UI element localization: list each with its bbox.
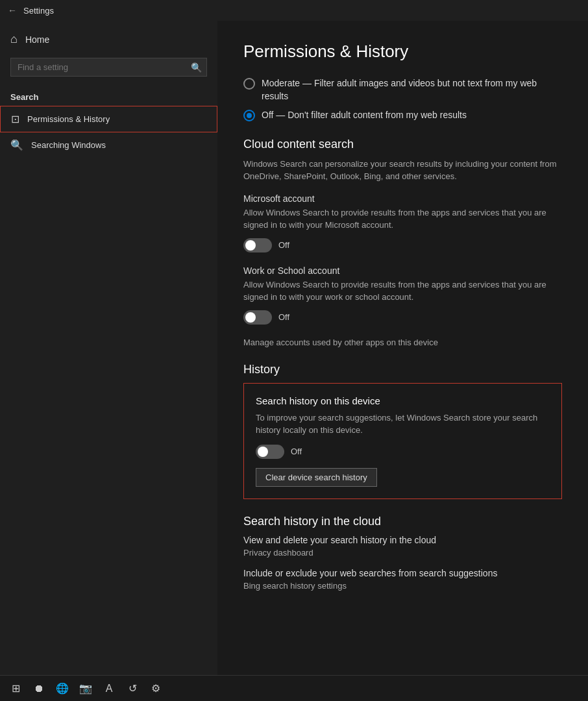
- microsoft-account-desc: Allow Windows Search to provide results …: [243, 206, 562, 232]
- work-school-toggle-knob: [245, 312, 256, 323]
- main-layout: ⌂ Home 🔍 Search ⊡ Permissions & History …: [0, 21, 588, 675]
- device-history-toggle-knob: [258, 447, 268, 457]
- taskbar-icon-5[interactable]: A: [99, 678, 119, 699]
- microsoft-account-toggle[interactable]: [243, 238, 272, 252]
- back-button[interactable]: ←: [8, 5, 17, 16]
- home-icon: ⌂: [10, 32, 18, 46]
- cloud-history-heading: Search history in the cloud: [243, 515, 562, 528]
- microsoft-account-toggle-row: Off: [243, 238, 562, 252]
- taskbar: ⊞ ⏺ 🌐 📷 A ↺ ⚙: [0, 675, 588, 701]
- radio-label-moderate: Moderate — Filter adult images and video…: [262, 77, 562, 103]
- safe-search-options: Moderate — Filter adult images and video…: [243, 77, 562, 122]
- search-container: 🔍: [10, 58, 207, 77]
- cloud-content-heading: Cloud content search: [243, 138, 562, 151]
- view-delete-title: View and delete your search history in t…: [243, 535, 562, 545]
- title-bar: ← Settings: [0, 0, 588, 21]
- taskbar-icon-4[interactable]: 📷: [75, 678, 96, 699]
- search-windows-icon: 🔍: [10, 139, 23, 151]
- include-exclude-title: Include or exclude your web searches fro…: [243, 568, 562, 578]
- page-title: Permissions & History: [243, 42, 562, 62]
- microsoft-toggle-label: Off: [278, 240, 289, 250]
- search-input[interactable]: [10, 58, 207, 77]
- device-history-toggle-row: Off: [256, 445, 550, 459]
- taskbar-icon-3[interactable]: 🌐: [52, 678, 73, 699]
- sidebar-item-label-permissions: Permissions & History: [27, 114, 110, 124]
- device-history-toggle[interactable]: [256, 445, 284, 459]
- sidebar: ⌂ Home 🔍 Search ⊡ Permissions & History …: [0, 21, 217, 675]
- work-school-account-desc: Allow Windows Search to provide results …: [243, 278, 562, 304]
- clear-device-history-button[interactable]: Clear device search history: [256, 468, 377, 487]
- taskbar-icon-6[interactable]: ↺: [122, 678, 143, 699]
- device-history-title: Search history on this device: [256, 395, 550, 406]
- sidebar-section-label: Search: [0, 87, 217, 106]
- bing-settings-link[interactable]: Bing search history settings: [243, 581, 562, 591]
- sidebar-item-label-searching: Searching Windows: [31, 140, 106, 150]
- radio-label-off: Off — Don't filter adult content from my…: [262, 109, 467, 122]
- search-wrapper: 🔍: [0, 53, 217, 87]
- taskbar-start-icon[interactable]: ⊞: [5, 678, 26, 699]
- radio-circle-off: [243, 110, 255, 121]
- taskbar-icon-2[interactable]: ⏺: [29, 678, 49, 699]
- content-area: Permissions & History Moderate — Filter …: [217, 21, 588, 675]
- include-exclude-item: Include or exclude your web searches fro…: [243, 568, 562, 591]
- work-school-toggle-label: Off: [278, 312, 289, 322]
- device-history-desc: To improve your search suggestions, let …: [256, 412, 550, 437]
- work-school-account-name: Work or School account: [243, 265, 562, 276]
- radio-off[interactable]: Off — Don't filter adult content from my…: [243, 109, 562, 122]
- radio-circle-moderate: [243, 78, 255, 90]
- sidebar-item-searching-windows[interactable]: 🔍 Searching Windows: [0, 132, 217, 158]
- microsoft-toggle-knob: [245, 240, 256, 251]
- work-school-account-item: Work or School account Allow Windows Sea…: [243, 265, 562, 325]
- device-history-toggle-label: Off: [291, 447, 302, 456]
- window-title: Settings: [23, 6, 54, 16]
- privacy-dashboard-link[interactable]: Privacy dashboard: [243, 548, 562, 558]
- microsoft-account-name: Microsoft account: [243, 193, 562, 204]
- sidebar-item-permissions-history[interactable]: ⊡ Permissions & History: [0, 106, 217, 132]
- manage-accounts-link[interactable]: Manage accounts used by other apps on th…: [243, 338, 562, 347]
- microsoft-account-item: Microsoft account Allow Windows Search t…: [243, 193, 562, 252]
- home-nav-item[interactable]: ⌂ Home: [0, 26, 217, 53]
- home-label: Home: [25, 34, 49, 45]
- history-box: Search history on this device To improve…: [243, 383, 562, 499]
- cloud-content-description: Windows Search can personalize your sear…: [243, 158, 562, 183]
- work-school-toggle[interactable]: [243, 310, 272, 325]
- taskbar-settings-icon[interactable]: ⚙: [145, 678, 166, 699]
- view-delete-history-item: View and delete your search history in t…: [243, 535, 562, 558]
- radio-moderate[interactable]: Moderate — Filter adult images and video…: [243, 77, 562, 103]
- permissions-icon: ⊡: [11, 113, 19, 125]
- work-school-toggle-row: Off: [243, 310, 562, 325]
- history-heading: History: [243, 363, 562, 376]
